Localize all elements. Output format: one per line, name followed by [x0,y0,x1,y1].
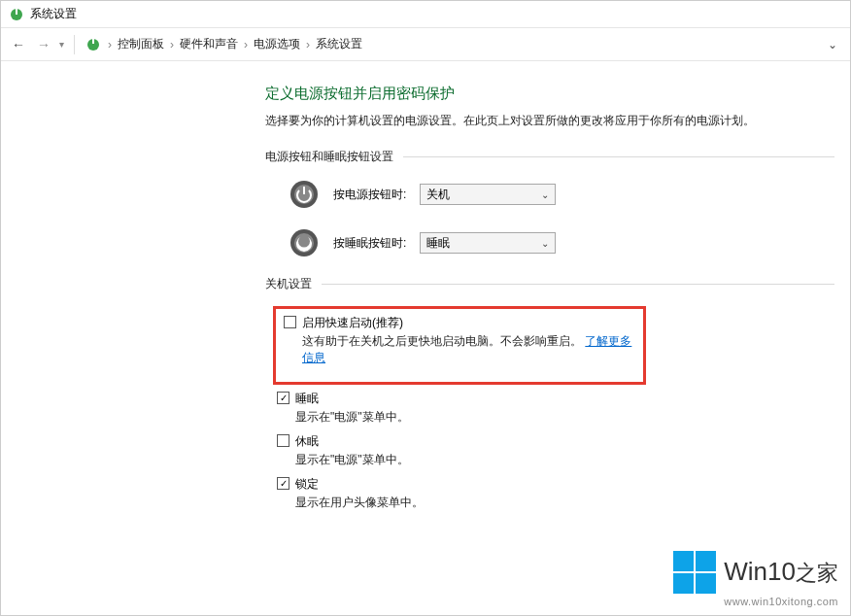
sleep-desc: 显示在"电源"菜单中。 [295,409,850,426]
breadcrumb: › 控制面板 › 硬件和声音 › 电源选项 › 系统设置 ⌄ [85,35,842,54]
chevron-right-icon: › [170,38,174,51]
power-icon [289,179,320,210]
breadcrumb-power-options[interactable]: 电源选项 [254,36,300,52]
chevron-right-icon: › [306,38,310,51]
watermark: Win10之家 www.win10xitong.com [673,551,838,607]
fast-startup-label: 启用快速启动(推荐) [302,315,403,331]
sleep-button-select[interactable]: 睡眠 ⌄ [420,232,556,254]
lock-label: 锁定 [295,476,319,493]
chevron-down-icon: ⌄ [541,238,549,249]
hibernate-desc: 显示在"电源"菜单中。 [295,452,850,468]
shutdown-settings: 启用快速启动(推荐) 这有助于在关机之后更快地启动电脑。不会影响重启。 了解更多… [277,306,850,511]
window-title: 系统设置 [30,6,77,22]
breadcrumb-dropdown[interactable]: ⌄ [823,35,842,54]
hibernate-label: 休眠 [295,433,319,450]
nav-bar: ← → ▾ › 控制面板 › 硬件和声音 › 电源选项 › 系统设置 ⌄ [1,28,850,61]
lock-desc: 显示在用户头像菜单中。 [295,495,850,511]
nav-back-button[interactable]: ← [9,35,28,54]
nav-separator [74,35,75,54]
hibernate-checkbox[interactable] [277,434,289,447]
watermark-suffix: 之家 [796,561,838,585]
app-icon [9,7,24,22]
breadcrumb-hardware-sound[interactable]: 硬件和声音 [180,36,238,52]
power-button-row: 按电源按钮时: 关机 ⌄ [289,179,850,210]
svg-rect-1 [16,9,17,15]
watermark-url: www.win10xitong.com [673,596,838,607]
chevron-down-icon: ⌄ [541,189,549,200]
main-content: 定义电源按钮并启用密码保护 选择要为你的计算机设置的电源设置。在此页上对设置所做… [1,61,850,511]
sleep-button-value: 睡眠 [426,235,450,252]
power-button-value: 关机 [426,187,450,203]
fast-startup-checkbox[interactable] [284,316,296,328]
breadcrumb-control-panel[interactable]: 控制面板 [118,36,164,52]
sleep-button-row: 按睡眠按钮时: 睡眠 ⌄ [289,227,850,258]
power-button-label: 按电源按钮时: [333,187,406,203]
shutdown-section-header: 关机设置 [265,276,850,292]
title-bar: 系统设置 [1,1,850,28]
lock-row: 锁定 [277,476,850,493]
page-title: 定义电源按钮并启用密码保护 [265,85,850,103]
nav-forward-button[interactable]: → [34,35,53,54]
sleep-button-label: 按睡眠按钮时: [333,235,406,252]
nav-history-dropdown[interactable]: ▾ [59,39,64,50]
hibernate-row: 休眠 [277,433,850,450]
sleep-checkbox[interactable] [277,392,289,404]
breadcrumb-system-settings[interactable]: 系统设置 [316,36,362,52]
sleep-icon [289,227,320,258]
power-button-select[interactable]: 关机 ⌄ [420,184,556,205]
sleep-row: 睡眠 [277,391,850,407]
svg-rect-3 [92,39,94,44]
chevron-right-icon: › [244,38,248,51]
page-subtitle: 选择要为你的计算机设置的电源设置。在此页上对设置所做的更改将应用于你所有的电源计… [265,113,850,129]
watermark-brand: Win10 [724,557,796,586]
chevron-right-icon: › [108,38,112,51]
lock-checkbox[interactable] [277,477,289,490]
fast-startup-highlight: 启用快速启动(推荐) 这有助于在关机之后更快地启动电脑。不会影响重启。 了解更多… [273,306,646,385]
breadcrumb-root-icon[interactable] [85,36,102,53]
fast-startup-desc: 这有助于在关机之后更快地启动电脑。不会影响重启。 了解更多信息 [302,333,635,366]
fast-startup-row: 启用快速启动(推荐) [284,315,635,331]
windows-logo-icon [673,551,716,594]
buttons-section-header: 电源按钮和睡眠按钮设置 [265,149,850,165]
sleep-label: 睡眠 [295,391,319,407]
